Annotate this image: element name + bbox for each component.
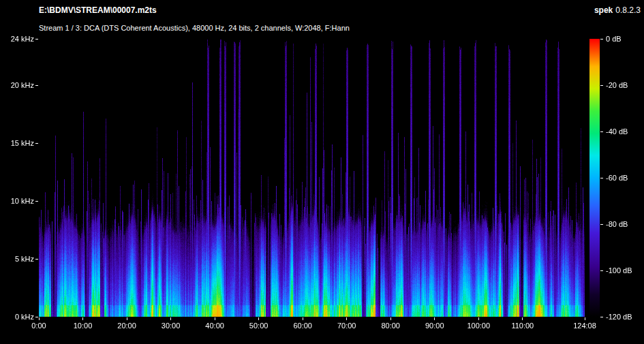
- time-tick: [82, 317, 83, 320]
- freq-label: 15 kHz: [11, 139, 34, 147]
- time-label: 20:00: [117, 322, 136, 330]
- freq-label: 20 kHz: [11, 81, 34, 89]
- time-tick: [215, 317, 215, 320]
- db-label: -100 dB: [606, 266, 632, 275]
- time-label: 50:00: [249, 322, 269, 330]
- freq-label: 0 kHz: [15, 313, 34, 321]
- db-tick: [600, 85, 603, 86]
- db-tick: [600, 39, 603, 40]
- spectrogram-canvas: [39, 39, 585, 317]
- freq-tick: [35, 85, 38, 86]
- db-tick: [600, 178, 603, 178]
- db-tick: [600, 317, 603, 317]
- time-tick: [39, 317, 40, 320]
- freq-tick: [35, 39, 38, 40]
- db-tick: [600, 131, 603, 132]
- time-label: 70:00: [337, 322, 356, 330]
- time-label: 0:00: [31, 322, 46, 330]
- time-tick: [127, 317, 127, 320]
- db-label: -20 dB: [606, 81, 628, 89]
- spek-window: E:\BDMV\STREAM\00007.m2ts spek0.8.2.3 St…: [0, 0, 644, 344]
- time-label: 110:00: [511, 322, 534, 330]
- colorbar: [589, 39, 600, 317]
- stream-info: Stream 1 / 3: DCA (DTS Coherent Acoustic…: [39, 24, 350, 32]
- app-name: spek: [594, 5, 613, 15]
- time-label: 40:00: [205, 322, 224, 330]
- time-label: 30:00: [162, 322, 181, 330]
- time-label: 80:00: [381, 322, 400, 330]
- time-tick: [585, 317, 585, 320]
- time-label: 100:00: [467, 322, 490, 330]
- file-path: E:\BDMV\STREAM\00007.m2ts: [39, 5, 157, 15]
- time-label: 10:00: [74, 322, 93, 330]
- db-label: -60 dB: [606, 174, 628, 182]
- db-tick: [600, 224, 603, 225]
- freq-tick: [35, 201, 38, 202]
- freq-label: 5 kHz: [15, 255, 34, 263]
- freq-tick: [35, 143, 38, 144]
- freq-label: 10 kHz: [11, 197, 34, 205]
- time-tick: [346, 317, 347, 320]
- time-label: 90:00: [425, 322, 444, 330]
- time-label: 124:08: [573, 322, 596, 330]
- time-label: 60:00: [293, 322, 312, 330]
- time-tick: [258, 317, 259, 320]
- db-tick: [600, 270, 603, 271]
- time-tick: [390, 317, 391, 320]
- time-tick: [522, 317, 523, 320]
- spectrogram-plot: [39, 39, 585, 317]
- time-tick: [170, 317, 171, 320]
- db-label: -120 dB: [606, 313, 632, 321]
- db-label: -80 dB: [606, 220, 628, 228]
- time-tick: [434, 317, 435, 320]
- app-version: 0.8.2.3: [615, 5, 641, 15]
- app-title: spek0.8.2.3: [594, 5, 641, 15]
- freq-tick: [35, 317, 38, 317]
- time-tick: [478, 317, 479, 320]
- db-label: -40 dB: [606, 127, 628, 136]
- freq-label: 24 kHz: [11, 35, 34, 43]
- time-tick: [303, 317, 303, 320]
- freq-tick: [35, 259, 38, 260]
- db-label: 0 dB: [606, 35, 622, 43]
